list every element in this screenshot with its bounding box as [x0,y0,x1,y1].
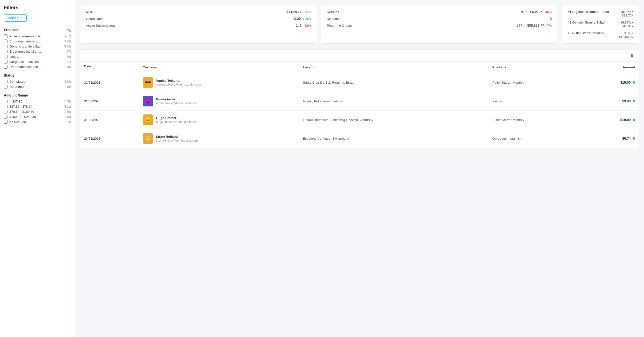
transactions-table: Date ▲▼ Customer Location Products Amoun… [80,62,639,148]
amount-item-label: $160.80 - $240.30 [10,115,36,119]
stat-secondary: $58,839.77 [527,24,544,28]
customer-info: Emma Arola emma.arola@demo.putler.com [156,98,198,105]
transaction-amount: $0.74 [584,129,639,148]
transactions-tbody: 31/08/2023 🕶️ Vanice Teixeira vanice.tei… [80,73,639,148]
stat-dot: • [524,24,525,27]
amount-value: $19.00 [620,81,631,84]
filter-checkbox[interactable] [4,65,8,69]
transaction-product: Gorgeous metal fish [488,129,584,148]
stat-label: Disputes [327,17,340,21]
amount-filter-item: >= $240.30 (23) [4,120,71,124]
filter-item-label: Putler starter-monthly [10,35,41,38]
filter-checkbox[interactable] [4,60,8,64]
stats-row: MRR $1,028.71 -56% Churn Rate 0.09 +90% … [80,5,639,44]
add-filter-button[interactable]: Add Filter [4,14,27,22]
top-product-row: #1 Ergonomic Rubber Pants 39.94% • $23.7… [568,10,633,17]
top-product-percent: 8.5% • [619,31,633,35]
amount-checkbox[interactable] [4,120,8,124]
filter-checkbox[interactable] [4,40,8,43]
filter-item-left: $37.80 - $78.54 [4,105,32,108]
table-row[interactable]: 31/08/2023 😐 Hugo Steiner hugo.steiner@d… [80,111,639,129]
amount-item-label: $78.54 - $160.80 [10,110,34,114]
customer-email: emma.arola@demo.putler.com [156,102,198,105]
filter-item-left: Putler starter-monthly [4,35,41,38]
top-product-stats: 39.94% • $23.75k [620,10,633,17]
stat-value: 0 [550,17,552,21]
amount-value: $19.00 [620,118,631,122]
transaction-date: 31/08/2023 [80,73,139,92]
top-product-name: #2 Generic Granite Salad [568,21,604,24]
filter-checkbox[interactable] [4,55,8,59]
col-date[interactable]: Date ▲▼ [80,62,139,73]
filter-item: Putler starter-monthly (267) [4,35,71,38]
amount-item-label: >= $240.30 [10,120,26,124]
stat-value: 19 [520,10,524,14]
filter-item-count: (19) [66,65,71,69]
amount-checkbox[interactable] [4,115,8,119]
transaction-date: 31/08/2023 [80,111,139,129]
filter-item-left: Completed [4,80,25,83]
customer-info: Hugo Steiner hugo.steiner@demo.putler.co… [156,116,198,124]
status-checkbox[interactable] [4,80,8,83]
stat-badge: -32% [304,24,311,28]
download-button[interactable]: ⬇ [630,53,634,59]
filter-item: Gorgeous metal fish (41) [4,60,71,64]
customer-cell: 🕶️ Vanice Teixeira vanice.teixeira@demo.… [143,77,295,88]
filter-checkbox[interactable] [4,35,8,38]
filter-item-count: (109) [64,45,71,48]
status-checkbox[interactable] [4,85,8,89]
filter-item-left: Generic granite salad [4,45,40,48]
stat-label: Churn Rate [86,17,103,21]
customer-cell: 😈 Emma Arola emma.arola@demo.putler.com [143,96,295,106]
table-row[interactable]: 31/08/2023 🕶️ Vanice Teixeira vanice.tei… [80,73,639,92]
amount-value: $0.74 [622,137,631,140]
amount-item-count: (101) [64,105,71,108]
amount-cell: $19.00 [588,81,635,84]
transactions-card: ⬇ Date ▲▼ Customer Location Products [80,50,639,148]
status-section-title: Status [4,74,71,77]
filter-checkbox[interactable] [4,45,8,48]
filter-item-left: < $37.80 [4,100,22,103]
top-product-name: #1 Ergonomic Rubber Pants [568,10,609,14]
stat-row: Churn Rate 0.09 +90% [86,17,311,21]
table-row[interactable]: 26/08/2023 😕 Lison Rolland lison.rolland… [80,129,639,148]
top-products-content: #1 Ergonomic Rubber Pants 39.94% • $23.7… [568,10,633,39]
filter-item: Generic granite salad (109) [4,45,71,48]
transaction-customer: 😕 Lison Rolland lison.rolland@demo.putle… [139,129,299,148]
top-product-percent: 16.96% • [620,21,633,24]
filter-item-count: (46) [66,55,71,59]
sidebar-title: Filters [4,5,71,11]
stat-values: 0 [550,17,552,21]
stat-badge: +90% [303,17,311,21]
filter-item-label: Ergonomic rubber p... [10,40,41,43]
filter-item-label: Icegram [10,55,21,59]
status-item-count: (19) [66,85,71,89]
filter-item-count: (267) [64,35,71,38]
table-row[interactable]: 31/08/2023 😈 Emma Arola emma.arola@demo.… [80,92,639,111]
amount-checkbox[interactable] [4,100,8,103]
stat-badge: -7% [546,24,552,28]
transaction-product: Putler Starter-Monthly [488,73,584,92]
status-filter-item: Completed (858) [4,80,71,83]
transaction-location: Ecublens Vd, Vaud, Switzerland [299,129,488,148]
stat-label: Active Subscriptions [86,24,116,28]
transaction-date: 26/08/2023 [80,129,139,148]
transaction-product: Putler Starter-Monthly [488,111,584,129]
stat-row: Active Subscriptions 141 -32% [86,24,311,28]
stat-label: Recurring Orders [327,24,352,28]
stat-badge: -46% [544,10,552,14]
top-product-row: #2 Generic Granite Salad 16.96% • $10.09… [568,21,633,28]
filter-checkbox[interactable] [4,50,8,53]
products-search-button[interactable]: 🔍 [66,28,71,32]
customer-email: vanice.teixeira@demo.putler.com [156,83,201,86]
filter-item-left: Unbranded wooden ... [4,65,42,69]
top-product-stats: 16.96% • $10.09k [620,21,633,28]
amount-checkbox[interactable] [4,105,8,108]
customer-name: Lison Rolland [156,135,198,138]
top-product-row: #3 Putler Starter-Monthly 8.5% • $5,053.… [568,31,633,39]
amount-checkbox[interactable] [4,110,8,114]
filter-item-left: $160.80 - $240.30 [4,115,36,119]
customer-info: Lison Rolland lison.rolland@demo.putler.… [156,135,198,142]
filter-item-label: Ergonomic metal sh... [10,50,41,53]
amount-filter-list: < $37.80 (445) $37.80 - $78.54 (101) $78… [4,100,71,124]
